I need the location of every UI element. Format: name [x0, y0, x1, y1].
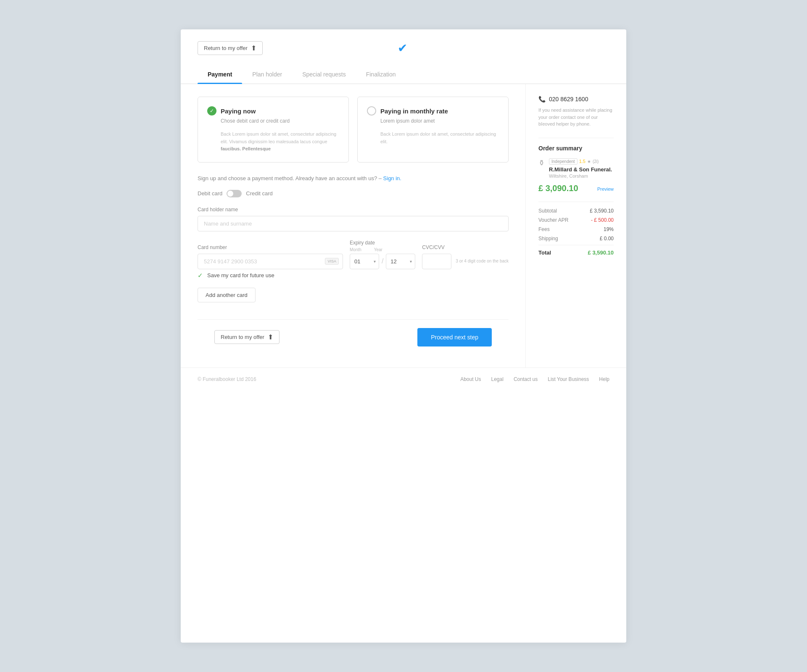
- card-number-label: Card number: [198, 244, 343, 250]
- sign-in-prompt: Sign up and choose a payment method. Alr…: [198, 175, 509, 181]
- pay-now-subtitle: Chose debit card or credit card: [207, 118, 339, 124]
- save-card-row: ✓ Save my card for future use: [198, 272, 509, 279]
- cvc-group: CVC/CVV 3 or 4 digit code on the back: [422, 244, 509, 269]
- month-sublabel: Month: [350, 247, 361, 252]
- main-layout: ✓ Paying now Chose debit card or credit …: [181, 84, 626, 368]
- footer-legal[interactable]: Legal: [491, 376, 504, 382]
- credit-card-label: Credit card: [246, 190, 273, 197]
- pay-now-card[interactable]: ✓ Paying now Chose debit card or credit …: [198, 97, 349, 163]
- total-row: Total £ 3,590.10: [538, 245, 614, 256]
- pay-monthly-radio-icon: [367, 106, 376, 116]
- action-bar: Return to my offer ⬆ Proceed next step: [198, 319, 509, 355]
- vendor-funeral-icon: ⚱: [538, 158, 545, 168]
- vendor-details: Independent 1.5 ★ (2i) R.Millard & Son F…: [549, 158, 612, 178]
- payment-options: ✓ Paying now Chose debit card or credit …: [198, 97, 509, 163]
- save-card-check-icon: ✓: [198, 272, 203, 279]
- tab-special-requests[interactable]: Special requests: [292, 65, 356, 84]
- tab-finalization[interactable]: Finalization: [356, 65, 406, 84]
- proceed-next-step-button[interactable]: Proceed next step: [417, 328, 492, 346]
- preview-link[interactable]: Preview: [597, 186, 614, 192]
- header: Return to my offer ⬆ ✔: [181, 29, 626, 55]
- page-container: Return to my offer ⬆ ✔ Payment Plan hold…: [181, 29, 626, 643]
- upload-icon-top: ⬆: [251, 44, 256, 52]
- pay-now-check-icon: ✓: [207, 106, 216, 116]
- shipping-label: Shipping: [538, 236, 558, 242]
- pay-monthly-subtitle: Lorem ipsum dolor amet: [367, 118, 499, 124]
- tab-plan-holder[interactable]: Plan holder: [242, 65, 292, 84]
- upload-icon-bottom: ⬆: [268, 333, 273, 341]
- voucher-value: - £ 500.00: [591, 217, 614, 223]
- sign-in-link[interactable]: Sign in.: [383, 175, 401, 181]
- subtotal-label: Subtotal: [538, 208, 557, 214]
- logo-checkmark: ✔: [398, 41, 407, 55]
- pay-monthly-title: Paying in monthly rate: [380, 108, 448, 115]
- footer-about-us[interactable]: About Us: [460, 376, 481, 382]
- price-preview-row: £ 3,090.10 Preview: [538, 184, 614, 195]
- month-select-wrapper: 01020304 05060708 09101112 ▾: [350, 254, 379, 269]
- return-to-offer-button-top[interactable]: Return to my offer ⬆: [198, 41, 263, 55]
- vendor-name: R.Millard & Son Funeral.: [549, 166, 612, 173]
- fees-value: 19%: [604, 226, 614, 232]
- footer: © Funeralbooker Ltd 2016 About Us Legal …: [181, 368, 626, 391]
- cvc-hint: 3 or 4 digit code on the back: [456, 258, 509, 264]
- expiry-label: Expiry date: [350, 240, 415, 246]
- vendor-reviews: (2i): [593, 159, 599, 164]
- tabs-nav: Payment Plan holder Special requests Fin…: [181, 65, 626, 84]
- month-select[interactable]: 01020304 05060708 09101112: [350, 254, 379, 269]
- subtotal-row: Subtotal £ 3,590.10: [538, 208, 614, 214]
- footer-help[interactable]: Help: [599, 376, 609, 382]
- cardholder-label: Card holder name: [198, 207, 509, 213]
- year-select[interactable]: 12131415 16171819 20212223: [386, 254, 415, 269]
- vendor-badge-row: Independent 1.5 ★ (2i): [549, 158, 612, 165]
- card-number-input[interactable]: [198, 254, 343, 269]
- vendor-row: ⚱ Independent 1.5 ★ (2i) R.Millard & Son…: [538, 158, 614, 178]
- pay-now-title: Paying now: [221, 108, 256, 115]
- vendor-price: £ 3,090.10: [538, 184, 578, 193]
- add-another-card-button[interactable]: Add another card: [198, 288, 256, 302]
- shipping-row: Shipping £ 0.00: [538, 236, 614, 242]
- independent-badge: Independent: [549, 158, 578, 165]
- total-label: Total: [538, 249, 551, 256]
- vendor-rating: 1.5: [579, 159, 585, 164]
- phone-icon: 📞: [538, 96, 546, 102]
- price-divider: [538, 202, 614, 202]
- card-details-row: Card number VISA Expiry date Month Year: [198, 240, 509, 269]
- footer-links: About Us Legal Contact us List Your Busi…: [460, 376, 609, 382]
- total-value: £ 3,590.10: [588, 249, 614, 256]
- shipping-value: £ 0.00: [600, 236, 614, 242]
- vendor-location: Wiltshire, Corsham: [549, 173, 612, 178]
- cardholder-input[interactable]: [198, 216, 509, 231]
- expiry-separator: /: [382, 257, 383, 265]
- star-icon: ★: [587, 159, 591, 164]
- save-card-label: Save my card for future use: [207, 272, 274, 278]
- fees-row: Fees 19%: [538, 226, 614, 232]
- fees-label: Fees: [538, 226, 550, 232]
- expiry-sublabels: Month Year: [350, 247, 415, 252]
- tab-payment[interactable]: Payment: [198, 65, 242, 84]
- pay-now-desc: Back Lorem ipsum dolor sit amet, consect…: [207, 131, 339, 153]
- copyright: © Funeralbooker Ltd 2016: [198, 376, 256, 382]
- visa-icon: VISA: [325, 258, 339, 265]
- phone-row: 📞 020 8629 1600: [538, 96, 614, 102]
- return-label-bottom: Return to my offer: [221, 334, 264, 340]
- pay-monthly-desc: Back Lorem ipsum dolor sit amet, consect…: [367, 131, 499, 145]
- debit-card-label: Debit card: [198, 190, 222, 197]
- footer-list-business[interactable]: List Your Business: [548, 376, 589, 382]
- voucher-row: Voucher APR - £ 500.00: [538, 217, 614, 223]
- year-select-wrapper: 12131415 16171819 20212223 ▾: [386, 254, 415, 269]
- pay-now-header: ✓ Paying now: [207, 106, 339, 116]
- card-number-group: Card number VISA: [198, 244, 343, 269]
- card-type-switch[interactable]: [227, 190, 242, 197]
- return-label-top: Return to my offer: [204, 45, 248, 51]
- return-to-offer-button-bottom[interactable]: Return to my offer ⬆: [214, 330, 280, 344]
- pay-monthly-card[interactable]: Paying in monthly rate Lorem ipsum dolor…: [357, 97, 509, 163]
- card-number-wrapper: VISA: [198, 254, 343, 269]
- cvc-input[interactable]: [422, 254, 451, 269]
- expiry-fields: 01020304 05060708 09101112 ▾ / 12131415 …: [350, 254, 415, 269]
- voucher-label: Voucher APR: [538, 217, 568, 223]
- cvc-row: 3 or 4 digit code on the back: [422, 254, 509, 269]
- footer-contact-us[interactable]: Contact us: [514, 376, 538, 382]
- right-sidebar: 📞 020 8629 1600 If you need assistance w…: [525, 84, 626, 368]
- left-content: ✓ Paying now Chose debit card or credit …: [181, 84, 525, 368]
- order-summary-title: Order summary: [538, 138, 614, 152]
